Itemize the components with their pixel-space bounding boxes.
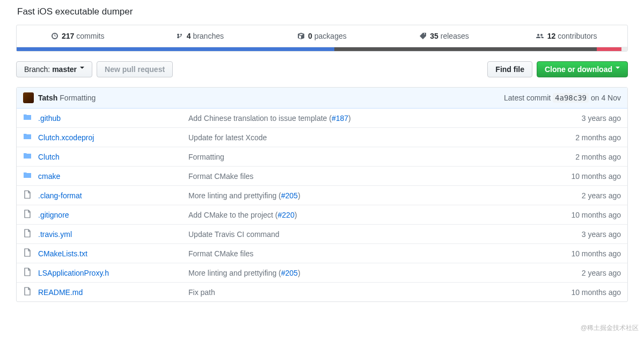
commit-message[interactable]: Format CMake files [182,167,510,186]
folder-icon [17,147,32,167]
branches-link[interactable]: 4 branches [176,32,224,40]
file-icon [17,225,32,244]
repo-stats: 217 commits 4 branches 0 packages 35 rel… [16,25,628,52]
branch-icon [176,32,184,40]
table-row: README.mdFix path10 months ago [17,283,627,302]
issue-link[interactable]: #205 [281,269,298,277]
commit-age: 3 years ago [510,225,627,244]
file-name-link[interactable]: .clang-format [38,191,82,200]
folder-icon [17,128,32,147]
file-name-link[interactable]: Clutch.xcodeproj [38,133,94,142]
commit-sha-link[interactable]: 4a98c39 [553,93,589,103]
repo-toolbar: Branch: master New pull request Find fil… [16,61,628,77]
commit-age: 10 months ago [510,283,627,302]
language-segment[interactable] [621,47,627,51]
folder-icon [17,167,32,186]
table-row: .githubAdd Chinese translation to issue … [17,109,627,128]
commit-age: 10 months ago [510,167,627,186]
people-icon [536,32,544,40]
file-name-link[interactable]: Clutch [38,153,60,161]
file-icon [17,283,32,302]
commit-date: on 4 Nov [589,94,621,102]
table-row: .gitignoreAdd CMake to the project (#220… [17,205,627,225]
chevron-down-icon [77,65,84,74]
chevron-down-icon [612,65,620,74]
clone-download-button[interactable]: Clone or download [537,61,628,77]
repo-description: Fast iOS executable dumper [17,6,628,17]
table-row: LSApplicationProxy.hMore linting and pre… [17,263,627,283]
packages-link[interactable]: 0 packages [297,32,347,40]
package-icon [297,32,305,40]
tag-icon [419,32,427,40]
commit-message[interactable]: Formatting [60,94,96,102]
file-icon [17,205,32,225]
file-name-link[interactable]: .github [38,114,61,123]
commit-message[interactable]: Add Chinese translation to issue templat… [182,109,510,128]
commit-message[interactable]: More linting and prettyifing (#205) [182,263,510,283]
issue-link[interactable]: #220 [278,211,295,219]
commit-author-link[interactable]: Tatsh [38,94,57,102]
table-row: ClutchFormatting2 months ago [17,147,627,167]
commit-message[interactable]: More linting and prettyifing (#205) [182,186,510,205]
history-icon [51,32,58,40]
table-row: cmakeFormat CMake files10 months ago [17,167,627,186]
file-name-link[interactable]: CMakeLists.txt [38,249,87,258]
folder-icon [17,109,32,128]
branch-select-button[interactable]: Branch: master [16,61,92,77]
file-name-link[interactable]: LSApplicationProxy.h [38,269,109,277]
file-icon [17,186,32,205]
commit-message[interactable]: Format CMake files [182,244,510,263]
file-name-link[interactable]: .gitignore [38,211,69,219]
table-row: .clang-formatMore linting and prettyifin… [17,186,627,205]
commit-message[interactable]: Update Travis CI command [182,225,510,244]
commit-age: 10 months ago [510,244,627,263]
commit-message[interactable]: Fix path [182,283,510,302]
commit-age: 10 months ago [510,205,627,225]
latest-commit-label: Latest commit [504,94,553,102]
language-segment[interactable] [334,47,597,51]
latest-commit-bar: Tatsh Formatting Latest commit 4a98c39 o… [17,88,627,109]
new-pull-request-button[interactable]: New pull request [97,61,173,77]
file-name-link[interactable]: cmake [38,172,60,181]
issue-link[interactable]: #187 [332,114,348,123]
file-icon [17,263,32,283]
file-name-link[interactable]: .travis.yml [38,230,72,239]
commits-link[interactable]: 217 commits [51,32,104,40]
commit-age: 2 months ago [510,147,627,167]
find-file-button[interactable]: Find file [487,61,532,77]
commit-age: 2 years ago [510,263,627,283]
commit-message[interactable]: Formatting [182,147,510,167]
file-listing: Tatsh Formatting Latest commit 4a98c39 o… [16,87,628,302]
commit-message[interactable]: Update for latest Xcode [182,128,510,147]
language-bar[interactable] [17,47,627,51]
language-segment[interactable] [17,47,334,51]
language-segment[interactable] [597,47,621,51]
commit-age: 2 years ago [510,186,627,205]
releases-link[interactable]: 35 releases [419,32,469,40]
commit-age: 3 years ago [510,109,627,128]
file-name-link[interactable]: README.md [38,288,83,297]
contributors-link[interactable]: 12 contributors [536,32,597,40]
avatar[interactable] [23,92,34,103]
table-row: .travis.ymlUpdate Travis CI command3 yea… [17,225,627,244]
issue-link[interactable]: #205 [281,191,298,200]
commit-message[interactable]: Add CMake to the project (#220) [182,205,510,225]
table-row: CMakeLists.txtFormat CMake files10 month… [17,244,627,263]
commit-age: 2 months ago [510,128,627,147]
table-row: Clutch.xcodeprojUpdate for latest Xcode2… [17,128,627,147]
file-icon [17,244,32,263]
